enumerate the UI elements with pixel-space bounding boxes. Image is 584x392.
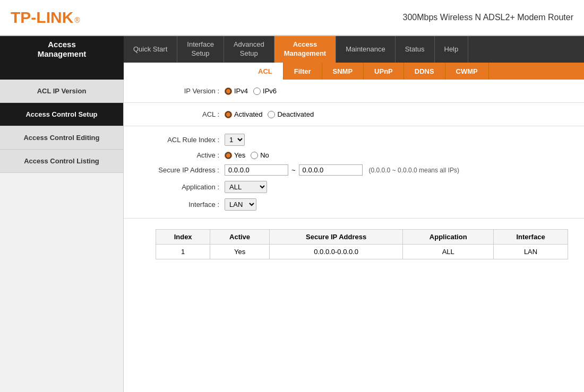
subnav-item-ddns[interactable]: DDNS xyxy=(404,63,445,80)
acl-rule-index-select[interactable]: 12345 xyxy=(225,134,245,146)
subnav-item-upnp[interactable]: UPnP xyxy=(364,63,404,80)
secure-ip-label: Secure IP Address : xyxy=(140,166,225,174)
table-header-row: Index Active Secure IP Address Applicati… xyxy=(156,230,568,245)
acl-options: Activated Deactivated xyxy=(225,110,314,118)
secure-ip-to-input[interactable] xyxy=(299,164,363,176)
nav-item-interface-setup[interactable]: InterfaceSetup xyxy=(177,36,224,63)
nav-items: Quick Start InterfaceSetup AdvancedSetup… xyxy=(124,36,584,63)
access-control-listing-section: Index Active Secure IP Address Applicati… xyxy=(124,219,584,265)
application-row: Application : ALLHTTPICMPSNMPTELNETFTP xyxy=(140,181,568,193)
header: TP-LINK® 300Mbps Wireless N ADSL2+ Modem… xyxy=(0,0,584,36)
col-secure-ip: Secure IP Address xyxy=(269,230,402,245)
ip-range: ~ (0.0.0.0 ~ 0.0.0.0 means all IPs) xyxy=(225,164,459,176)
active-yes-radio[interactable] xyxy=(225,152,232,159)
interface-select[interactable]: LANWAN xyxy=(225,198,256,211)
acl-row: ACL : Activated Deactivated xyxy=(140,110,568,118)
ip-version-row: IP Version : IPv4 IPv6 xyxy=(140,87,568,95)
nav-item-quick-start[interactable]: Quick Start xyxy=(124,36,177,63)
sidebar-item-acl-ip-version[interactable]: ACL IP Version xyxy=(0,80,123,103)
sidebar-item-access-control-setup[interactable]: Access Control Setup xyxy=(0,103,123,126)
listing-table: Index Active Secure IP Address Applicati… xyxy=(156,229,568,259)
activated-radio[interactable] xyxy=(225,111,232,118)
col-active: Active xyxy=(210,230,270,245)
deactivated-option[interactable]: Deactivated xyxy=(268,110,314,118)
active-label: Active : xyxy=(140,151,225,159)
application-label: Application : xyxy=(140,183,225,191)
acl-ip-version-section: IP Version : IPv4 IPv6 xyxy=(124,80,584,103)
nav-item-advanced-setup[interactable]: AdvancedSetup xyxy=(224,36,274,63)
active-no-option[interactable]: No xyxy=(251,151,269,159)
subnav-item-cwmp[interactable]: CWMP xyxy=(445,63,489,80)
ip-range-separator: ~ xyxy=(291,166,296,174)
nav-item-access-management[interactable]: AccessManagement xyxy=(274,36,336,63)
sidebar-item-access-control-editing[interactable]: Access Control Editing xyxy=(0,126,123,150)
navbar-left: AccessManagement xyxy=(0,36,124,63)
secure-ip-from-input[interactable] xyxy=(225,164,288,176)
col-application: Application xyxy=(403,230,494,245)
col-index: Index xyxy=(156,230,210,245)
active-options: Yes No xyxy=(225,151,269,159)
subnav-item-acl[interactable]: ACL xyxy=(247,63,284,80)
cell-application: ALL xyxy=(403,245,494,259)
main-panel: IP Version : IPv4 IPv6 ACL : xyxy=(124,80,584,392)
ipv4-label: IPv4 xyxy=(234,87,248,95)
navbar-active-section: AccessManagement xyxy=(38,40,87,59)
ipv4-radio[interactable] xyxy=(225,88,232,95)
sidebar: ACL IP Version Access Control Setup Acce… xyxy=(0,80,124,392)
subnav: ACL Filter SNMP UPnP DDNS CWMP xyxy=(247,63,584,80)
active-yes-option[interactable]: Yes xyxy=(225,151,245,159)
activated-option[interactable]: Activated xyxy=(225,110,262,118)
cell-active: Yes xyxy=(210,245,270,259)
col-interface: Interface xyxy=(494,230,568,245)
logo: TP-LINK® xyxy=(11,8,80,27)
active-no-label: No xyxy=(260,151,269,159)
acl-rule-index-label: ACL Rule Index : xyxy=(140,136,225,144)
cell-secure-ip: 0.0.0.0-0.0.0.0 xyxy=(269,245,402,259)
navbar: AccessManagement Quick Start InterfaceSe… xyxy=(0,36,584,63)
cell-interface: LAN xyxy=(494,245,568,259)
active-yes-label: Yes xyxy=(234,151,245,159)
interface-label: Interface : xyxy=(140,201,225,208)
ipv4-option[interactable]: IPv4 xyxy=(225,87,248,95)
interface-row: Interface : LANWAN xyxy=(140,198,568,211)
ipv6-radio[interactable] xyxy=(253,88,261,95)
acl-label: ACL : xyxy=(140,110,225,118)
application-select[interactable]: ALLHTTPICMPSNMPTELNETFTP xyxy=(225,181,267,193)
subnav-spacer xyxy=(0,63,124,80)
acl-rule-index-row: ACL Rule Index : 12345 xyxy=(140,134,568,146)
deactivated-radio[interactable] xyxy=(268,111,275,118)
subnav-item-filter[interactable]: Filter xyxy=(284,63,322,80)
logo-reg: ® xyxy=(74,16,80,24)
ipv6-label: IPv6 xyxy=(263,87,277,95)
nav-item-maintenance[interactable]: Maintenance xyxy=(336,36,395,63)
cell-index: 1 xyxy=(156,245,210,259)
subnav-wrapper: ACL Filter SNMP UPnP DDNS CWMP xyxy=(0,63,584,80)
subnav-item-snmp[interactable]: SNMP xyxy=(322,63,364,80)
product-title: 300Mbps Wireless N ADSL2+ Modem Router xyxy=(403,13,573,22)
access-control-editing-section: ACL Rule Index : 12345 Active : Yes No xyxy=(124,126,584,219)
sidebar-item-access-control-listing[interactable]: Access Control Listing xyxy=(0,150,123,173)
ip-hint: (0.0.0.0 ~ 0.0.0.0 means all IPs) xyxy=(369,167,459,174)
access-control-setup-section: ACL : Activated Deactivated xyxy=(124,103,584,126)
activated-label: Activated xyxy=(234,110,262,118)
ip-version-label: IP Version : xyxy=(140,87,225,95)
secure-ip-row: Secure IP Address : ~ (0.0.0.0 ~ 0.0.0.0… xyxy=(140,164,568,176)
deactivated-label: Deactivated xyxy=(277,110,314,118)
nav-item-status[interactable]: Status xyxy=(396,36,435,63)
ipv6-option[interactable]: IPv6 xyxy=(253,87,277,95)
content: ACL IP Version Access Control Setup Acce… xyxy=(0,80,584,392)
nav-item-help[interactable]: Help xyxy=(435,36,469,63)
active-no-radio[interactable] xyxy=(251,152,258,159)
active-row: Active : Yes No xyxy=(140,151,568,159)
ip-version-options: IPv4 IPv6 xyxy=(225,87,277,95)
table-row: 1 Yes 0.0.0.0-0.0.0.0 ALL LAN xyxy=(156,245,568,259)
